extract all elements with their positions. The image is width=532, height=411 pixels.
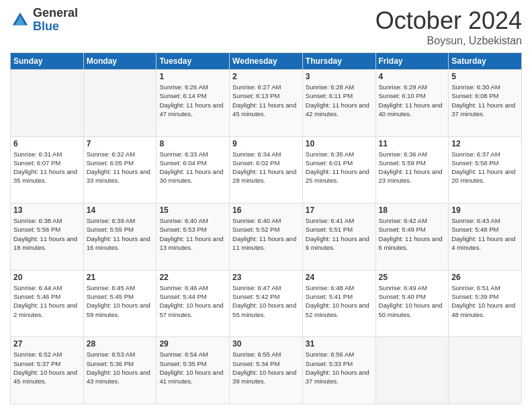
day-info: Sunrise: 6:30 AM Sunset: 6:08 PM Dayligh… (451, 83, 519, 118)
day-info: Sunrise: 6:36 AM Sunset: 5:59 PM Dayligh… (379, 150, 446, 185)
calendar-cell: 1Sunrise: 6:26 AM Sunset: 6:14 PM Daylig… (157, 70, 230, 137)
day-number: 13 (13, 205, 81, 215)
calendar-cell: 28Sunrise: 6:53 AM Sunset: 5:36 PM Dayli… (83, 337, 157, 404)
calendar-cell: 4Sunrise: 6:29 AM Sunset: 6:10 PM Daylig… (375, 70, 449, 137)
day-number: 4 (379, 72, 446, 81)
day-number: 15 (159, 205, 226, 215)
day-info: Sunrise: 6:52 AM Sunset: 5:37 PM Dayligh… (13, 350, 81, 385)
day-number: 1 (159, 72, 226, 81)
calendar-cell: 26Sunrise: 6:51 AM Sunset: 5:39 PM Dayli… (449, 270, 522, 337)
day-info: Sunrise: 6:47 AM Sunset: 5:42 PM Dayligh… (232, 283, 300, 319)
calendar-week-3: 20Sunrise: 6:44 AM Sunset: 5:46 PM Dayli… (11, 270, 522, 337)
calendar-header-thursday: Thursday (302, 53, 375, 70)
calendar-cell: 10Sunrise: 6:35 AM Sunset: 6:01 PM Dayli… (302, 136, 375, 203)
calendar-header-tuesday: Tuesday (157, 53, 230, 70)
day-number: 19 (451, 205, 519, 215)
calendar-cell: 17Sunrise: 6:41 AM Sunset: 5:51 PM Dayli… (302, 203, 375, 271)
day-info: Sunrise: 6:29 AM Sunset: 6:10 PM Dayligh… (379, 83, 446, 118)
day-number: 20 (13, 273, 81, 282)
day-number: 27 (13, 339, 81, 349)
calendar-header-friday: Friday (375, 53, 449, 70)
calendar-cell: 29Sunrise: 6:54 AM Sunset: 5:35 PM Dayli… (157, 337, 230, 404)
day-info: Sunrise: 6:38 AM Sunset: 5:56 PM Dayligh… (13, 216, 81, 252)
day-number: 29 (159, 339, 226, 349)
title-block: October 2024 Boysun, Uzbekistan (375, 7, 522, 47)
day-number: 28 (87, 339, 154, 349)
day-number: 5 (451, 72, 519, 81)
calendar-cell: 23Sunrise: 6:47 AM Sunset: 5:42 PM Dayli… (230, 270, 303, 337)
day-info: Sunrise: 6:43 AM Sunset: 5:48 PM Dayligh… (451, 216, 519, 252)
calendar-cell (375, 337, 449, 404)
calendar-week-4: 27Sunrise: 6:52 AM Sunset: 5:37 PM Dayli… (11, 337, 522, 404)
calendar-cell (83, 70, 157, 137)
day-info: Sunrise: 6:53 AM Sunset: 5:36 PM Dayligh… (87, 350, 154, 385)
logo-blue-text: Blue (33, 20, 78, 34)
day-info: Sunrise: 6:45 AM Sunset: 5:45 PM Dayligh… (87, 283, 154, 319)
calendar-cell: 11Sunrise: 6:36 AM Sunset: 5:59 PM Dayli… (375, 136, 449, 203)
day-info: Sunrise: 6:37 AM Sunset: 5:58 PM Dayligh… (451, 150, 519, 185)
logo-icon (10, 10, 30, 30)
calendar-cell: 16Sunrise: 6:40 AM Sunset: 5:52 PM Dayli… (230, 203, 303, 271)
day-info: Sunrise: 6:41 AM Sunset: 5:51 PM Dayligh… (306, 216, 373, 252)
day-number: 6 (13, 139, 81, 148)
day-info: Sunrise: 6:51 AM Sunset: 5:39 PM Dayligh… (451, 283, 519, 319)
calendar-cell: 22Sunrise: 6:46 AM Sunset: 5:44 PM Dayli… (157, 270, 230, 337)
day-number: 23 (232, 273, 300, 282)
calendar-cell: 21Sunrise: 6:45 AM Sunset: 5:45 PM Dayli… (83, 270, 157, 337)
day-number: 8 (159, 139, 226, 148)
calendar-cell: 15Sunrise: 6:40 AM Sunset: 5:53 PM Dayli… (157, 203, 230, 271)
day-number: 22 (159, 273, 226, 282)
location: Boysun, Uzbekistan (375, 35, 522, 47)
calendar-header-saturday: Saturday (449, 53, 522, 70)
calendar-cell: 2Sunrise: 6:27 AM Sunset: 6:13 PM Daylig… (230, 70, 303, 137)
day-number: 16 (232, 205, 300, 215)
calendar-week-0: 1Sunrise: 6:26 AM Sunset: 6:14 PM Daylig… (11, 70, 522, 137)
day-info: Sunrise: 6:26 AM Sunset: 6:14 PM Dayligh… (159, 83, 226, 118)
day-number: 30 (232, 339, 300, 349)
calendar-cell: 12Sunrise: 6:37 AM Sunset: 5:58 PM Dayli… (449, 136, 522, 203)
calendar-header-sunday: Sunday (11, 53, 84, 70)
calendar-cell: 6Sunrise: 6:31 AM Sunset: 6:07 PM Daylig… (11, 136, 84, 203)
calendar-cell: 31Sunrise: 6:56 AM Sunset: 5:33 PM Dayli… (302, 337, 375, 404)
day-number: 18 (379, 205, 446, 215)
day-number: 3 (306, 72, 373, 81)
calendar-header-monday: Monday (83, 53, 157, 70)
calendar-header-wednesday: Wednesday (230, 53, 303, 70)
day-number: 17 (306, 205, 373, 215)
day-number: 21 (87, 273, 154, 282)
day-number: 2 (232, 72, 300, 81)
calendar-week-2: 13Sunrise: 6:38 AM Sunset: 5:56 PM Dayli… (11, 203, 522, 271)
calendar-cell: 3Sunrise: 6:28 AM Sunset: 6:11 PM Daylig… (302, 70, 375, 137)
day-number: 7 (87, 139, 154, 148)
calendar-week-1: 6Sunrise: 6:31 AM Sunset: 6:07 PM Daylig… (11, 136, 522, 203)
day-info: Sunrise: 6:35 AM Sunset: 6:01 PM Dayligh… (306, 150, 373, 185)
day-info: Sunrise: 6:40 AM Sunset: 5:53 PM Dayligh… (159, 216, 226, 252)
calendar-cell: 9Sunrise: 6:34 AM Sunset: 6:02 PM Daylig… (230, 136, 303, 203)
day-info: Sunrise: 6:39 AM Sunset: 5:55 PM Dayligh… (87, 216, 154, 252)
day-info: Sunrise: 6:48 AM Sunset: 5:41 PM Dayligh… (306, 283, 373, 319)
day-info: Sunrise: 6:42 AM Sunset: 5:49 PM Dayligh… (379, 216, 446, 252)
day-info: Sunrise: 6:56 AM Sunset: 5:33 PM Dayligh… (306, 350, 373, 385)
logo-general-text: General (33, 7, 78, 20)
header: General Blue October 2024 Boysun, Uzbeki… (10, 7, 522, 47)
calendar-cell: 5Sunrise: 6:30 AM Sunset: 6:08 PM Daylig… (449, 70, 522, 137)
calendar-cell: 19Sunrise: 6:43 AM Sunset: 5:48 PM Dayli… (449, 203, 522, 271)
day-info: Sunrise: 6:31 AM Sunset: 6:07 PM Dayligh… (13, 150, 81, 185)
day-info: Sunrise: 6:27 AM Sunset: 6:13 PM Dayligh… (232, 83, 300, 118)
calendar-cell: 30Sunrise: 6:55 AM Sunset: 5:34 PM Dayli… (230, 337, 303, 404)
day-info: Sunrise: 6:49 AM Sunset: 5:40 PM Dayligh… (379, 283, 446, 319)
day-info: Sunrise: 6:28 AM Sunset: 6:11 PM Dayligh… (306, 83, 373, 118)
day-number: 11 (379, 139, 446, 148)
day-number: 24 (306, 273, 373, 282)
day-info: Sunrise: 6:40 AM Sunset: 5:52 PM Dayligh… (232, 216, 300, 252)
calendar-cell (449, 337, 522, 404)
calendar-cell: 20Sunrise: 6:44 AM Sunset: 5:46 PM Dayli… (11, 270, 84, 337)
day-info: Sunrise: 6:33 AM Sunset: 6:04 PM Dayligh… (159, 150, 226, 185)
calendar-cell (11, 70, 84, 137)
calendar-cell: 27Sunrise: 6:52 AM Sunset: 5:37 PM Dayli… (11, 337, 84, 404)
calendar-cell: 8Sunrise: 6:33 AM Sunset: 6:04 PM Daylig… (157, 136, 230, 203)
day-number: 26 (451, 273, 519, 282)
calendar-cell: 7Sunrise: 6:32 AM Sunset: 6:05 PM Daylig… (83, 136, 157, 203)
calendar-cell: 13Sunrise: 6:38 AM Sunset: 5:56 PM Dayli… (11, 203, 84, 271)
calendar-cell: 25Sunrise: 6:49 AM Sunset: 5:40 PM Dayli… (375, 270, 449, 337)
